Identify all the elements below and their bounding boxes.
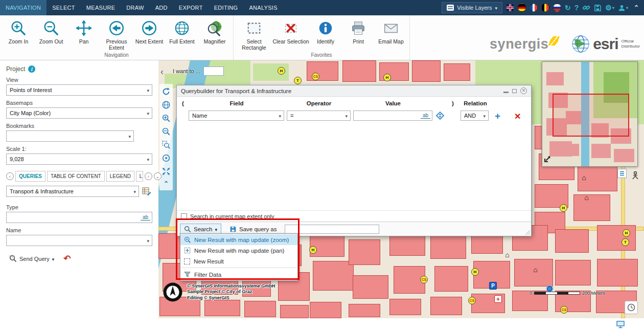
full-extent-tool-icon[interactable] [162,167,171,176]
field-select[interactable]: Name [189,111,284,121]
full-extent-button[interactable]: Full Extent [166,15,198,51]
tab-legend[interactable]: LEGEND [106,171,134,182]
query-condition-row: Name = ab AND + ✕ [177,111,531,124]
bookmarks-select[interactable] [6,130,134,142]
save-icon[interactable] [594,4,602,12]
center-target-icon[interactable] [162,153,171,163]
help-icon[interactable]: ? [574,4,579,12]
map-marker-hotel: H [471,268,479,276]
next-extent-icon [141,18,158,38]
view-select[interactable]: Points of Interest [6,84,152,96]
name-select[interactable] [6,235,152,246]
tab-menu-button[interactable]: ⌄ [154,172,162,180]
menu-tab-add[interactable]: ADD [150,0,173,15]
clear-selection-button[interactable]: Clear Selection [272,15,309,51]
chevron-down-icon [147,237,149,244]
tab-scroll-prev-button[interactable]: ‹ [6,172,14,180]
map-viewport[interactable]: HHHHHHTTCSCSCSCSP+⌂⌂⌂⌂⌂ ‹ ⌃ I want to ..… [158,60,644,318]
relation-select[interactable]: AND [461,111,489,121]
manage-queries-icon [142,187,151,196]
overview-resize-icon[interactable] [544,156,551,165]
zoom-in-button[interactable]: Zoom In [2,15,35,51]
menu-tab-editing[interactable]: EDITING [209,0,244,15]
link-icon[interactable] [582,4,590,12]
menu-tab-analysis[interactable]: ANALYSIS [243,0,283,15]
user-icon[interactable]: ▾ [618,4,628,12]
overview-pin-icon[interactable] [631,171,639,182]
language-english-flag[interactable] [506,4,514,12]
zoom-out-tool-icon[interactable] [162,127,171,136]
basemaps-select[interactable]: City Map (Color) [6,107,152,119]
magnifier-button[interactable]: Magnifier [198,15,231,51]
identify-button[interactable]: Identify [309,15,342,51]
menu-tab-draw[interactable]: DRAW [121,0,149,15]
pan-button[interactable]: Pan [67,15,100,51]
menu-item-filter-data[interactable]: Filter Data [180,269,297,280]
tool-strip-collapse-icon[interactable]: ⌃ [164,180,169,187]
language-french-flag[interactable] [530,4,538,12]
minimize-window-icon[interactable] [503,92,509,93]
window-resize-handle[interactable] [525,230,530,235]
menu-item-new-result[interactable]: New Result [180,256,297,267]
operator-select[interactable]: = [287,111,351,121]
remove-condition-button[interactable]: ✕ [514,112,521,121]
previous-extent-button[interactable]: Previous Extent [100,15,133,51]
panel-collapse-icon[interactable]: ‹ [160,67,164,77]
select-rectangle-button[interactable]: Select Rectangle [236,15,272,51]
zoom-box-tool-icon[interactable] [162,140,171,149]
project-info-icon[interactable]: i [28,65,35,73]
overview-map[interactable] [542,61,638,167]
send-query-icon [9,255,17,262]
value-input[interactable] [354,111,421,120]
map-marker-cs: CS [312,73,319,80]
history-button[interactable] [625,301,638,314]
scale-select[interactable]: 9,028 [6,153,152,165]
menu-tab-navigation[interactable]: NAVIGATION [0,0,47,15]
print-button[interactable]: Print [342,15,375,51]
unique-values-icon[interactable] [436,112,444,122]
print-label: Print [353,38,364,45]
menu-tab-export[interactable]: EXPORT [173,0,209,15]
query-theme-select[interactable]: Transport & Infrastructure [6,186,139,197]
querybuilder-titlebar[interactable]: Querybuilder for Transport & Infrastruct… [177,85,531,97]
next-extent-button[interactable]: Next Extent [133,15,166,51]
screen-display-button[interactable] [616,321,625,330]
tab-truncated[interactable]: L [136,171,143,182]
overview-layers-button[interactable] [617,169,627,178]
collapse-menu-icon[interactable]: ⌃ [634,4,639,11]
tab-scroll-next-button[interactable]: › [145,172,152,180]
type-input[interactable] [7,212,141,223]
email-map-button[interactable]: Email Map [375,15,407,51]
globe-tool-icon[interactable] [162,100,171,109]
menu-tab-measure[interactable]: MEASURE [81,0,121,15]
querybuilder-window: Querybuilder for Transport & Infrastruct… [176,85,532,236]
zoom-out-button[interactable]: Zoom Out [35,15,67,51]
visible-layers-button[interactable]: Visible Layers [442,2,502,13]
layers-icon [619,170,625,176]
query-name-input[interactable] [285,225,379,234]
tab-queries[interactable]: QUERIES [15,171,45,182]
text-search-icon[interactable]: ab [421,113,430,119]
extent-checkbox[interactable] [181,213,187,219]
language-russian-flag[interactable] [553,4,561,12]
session-refresh-icon[interactable]: ↻ [565,4,571,12]
reset-query-icon[interactable]: ↶ [63,253,71,264]
ribbon-toolbar: Zoom In Zoom Out Pan Previous Extent [0,15,644,60]
language-german-flag[interactable] [518,4,526,12]
zoom-in-tool-icon[interactable] [162,114,171,123]
overview-extent-rectangle[interactable] [553,94,629,137]
menu-item-new-result-pan[interactable]: New Result with map update (pan) [180,245,297,256]
language-belgian-flag[interactable] [541,4,549,12]
maximize-window-icon[interactable] [512,89,517,93]
manage-queries-button[interactable] [141,186,152,197]
add-condition-button[interactable]: + [495,111,500,122]
close-window-icon[interactable]: ✕ [520,87,527,94]
menu-item-new-result-zoom[interactable]: New Result with map update (zoom) [180,234,297,245]
text-search-icon[interactable]: ab [141,215,150,220]
tab-table-of-content[interactable]: TABLE OF CONTENT [47,171,105,182]
settings-gear-icon[interactable]: ⚙▾ [605,4,614,12]
menu-tab-select[interactable]: SELECT [47,0,81,15]
send-query-button[interactable]: Send Query [6,253,57,264]
i-want-to-input[interactable] [203,67,224,76]
refresh-map-icon[interactable] [162,87,171,96]
